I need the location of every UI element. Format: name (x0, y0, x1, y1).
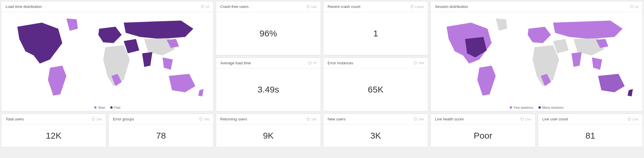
period-label: Live (525, 117, 531, 121)
card-title: Error instances (328, 61, 353, 65)
card-period: 14d (306, 5, 316, 9)
card-period: 14d (413, 117, 424, 121)
metric-value: 65K (368, 85, 383, 95)
card-title: Live health score (435, 117, 464, 121)
card-body: 3K (323, 125, 428, 147)
card-body: 1 (323, 12, 428, 55)
card-total-users[interactable]: Total users 14d 12K (1, 114, 106, 147)
clock-icon (201, 5, 204, 9)
card-error-groups[interactable]: Error groups 14d 78 (109, 114, 213, 147)
card-body: Poor (431, 125, 535, 147)
card-period: 14d (199, 117, 209, 121)
period-label: 14d (311, 117, 316, 121)
card-header: Live health score Live (431, 114, 535, 125)
metric-value: 81 (585, 131, 595, 141)
dashboard-grid: Load time distribution 1d (1, 1, 643, 147)
legend-dot-icon (110, 106, 113, 109)
card-title: Returning users (220, 117, 247, 121)
legend-item-fast: Fast (110, 106, 120, 109)
legend-dot-icon (510, 106, 512, 109)
card-period: Live (520, 117, 531, 121)
card-body: 81 (538, 125, 643, 147)
metric-value: Poor (474, 131, 492, 141)
card-period: 14d (413, 61, 424, 65)
period-label: 14d (204, 117, 209, 121)
map-container: Slow Fast (1, 12, 213, 111)
period-label: 14d (418, 117, 424, 121)
card-live-user-count[interactable]: Live user count Live 81 (538, 114, 643, 147)
card-body: 78 (109, 125, 213, 147)
card-title: Live user count (542, 117, 568, 121)
card-title: Session distribution (435, 4, 468, 9)
card-body: 3.49s (216, 68, 321, 111)
card-header: Total users 14d (1, 114, 106, 125)
legend-dot-icon (538, 106, 541, 109)
card-header: Session distribution 1d (431, 1, 643, 12)
card-crash-free-users[interactable]: Crash-free users 14d 96% (216, 1, 321, 55)
card-header: Average load time 1d (216, 58, 321, 68)
card-period: 14d (306, 117, 316, 121)
metric-value: 9K (263, 131, 274, 141)
card-returning-users[interactable]: Returning users 14d 9K (216, 114, 321, 147)
clock-icon (413, 117, 417, 121)
clock-icon (628, 117, 631, 121)
metric-value: 3K (370, 131, 381, 141)
clock-icon (306, 5, 310, 9)
metric-value: 78 (156, 131, 166, 141)
card-period: 14d (91, 117, 102, 121)
card-session-distribution[interactable]: Session distribution 1d (431, 1, 643, 111)
card-title: Total users (6, 117, 24, 121)
card-body: 96% (216, 12, 321, 55)
legend-item-few: Few sessions (510, 106, 533, 109)
card-header: New users 14d (323, 114, 428, 125)
map-container: Few sessions Many sessions (431, 12, 643, 111)
card-header: Error groups 14d (109, 114, 213, 125)
card-header: Live user count Live (538, 114, 643, 125)
legend-label: Few sessions (513, 106, 533, 109)
clock-icon (520, 117, 524, 121)
legend-item-many: Many sessions (538, 106, 564, 109)
period-label: 14d (96, 117, 102, 121)
card-recent-crash-count[interactable]: Recent crash count Latest 1 (323, 1, 428, 55)
metric-value: 12K (46, 131, 61, 141)
card-error-instances[interactable]: Error instances 14d 65K (323, 58, 428, 112)
clock-icon (410, 5, 414, 9)
world-map-icon (5, 14, 210, 105)
metric-value: 3.49s (257, 85, 279, 95)
period-label: 14d (418, 61, 424, 65)
period-label: Live (633, 117, 638, 121)
legend-dot-icon (94, 106, 96, 109)
clock-icon (199, 117, 203, 121)
metric-value: 96% (260, 28, 277, 38)
card-header: Error instances 14d (323, 58, 428, 68)
clock-icon (413, 61, 417, 65)
period-label: Latest (415, 5, 424, 9)
card-title: Error groups (113, 117, 134, 121)
card-period: 1d (308, 61, 316, 65)
legend-label: Fast (114, 106, 120, 109)
period-label: 1d (635, 5, 638, 9)
card-title: Load time distribution (6, 4, 42, 9)
card-header: Crash-free users 14d (216, 1, 321, 12)
card-title: Crash-free users (220, 4, 249, 9)
clock-icon (308, 61, 312, 65)
card-body: 9K (216, 125, 321, 147)
card-average-load-time[interactable]: Average load time 1d 3.49s (216, 58, 321, 112)
map-legend: Slow Fast (5, 105, 210, 109)
clock-icon (630, 5, 634, 9)
period-label: 14d (311, 5, 316, 9)
card-body: 12K (1, 125, 106, 147)
card-live-health-score[interactable]: Live health score Live Poor (431, 114, 535, 147)
card-title: New users (328, 117, 345, 121)
period-label: 1d (206, 5, 209, 9)
card-title: Average load time (220, 61, 251, 65)
clock-icon (91, 117, 95, 121)
card-new-users[interactable]: New users 14d 3K (323, 114, 428, 147)
card-header: Recent crash count Latest (323, 1, 428, 12)
metric-value: 1 (373, 28, 378, 38)
legend-label: Slow (98, 106, 105, 109)
clock-icon (306, 117, 310, 121)
card-load-time-distribution[interactable]: Load time distribution 1d (1, 1, 213, 111)
world-map-icon (434, 14, 639, 105)
card-period: 1d (201, 5, 209, 9)
